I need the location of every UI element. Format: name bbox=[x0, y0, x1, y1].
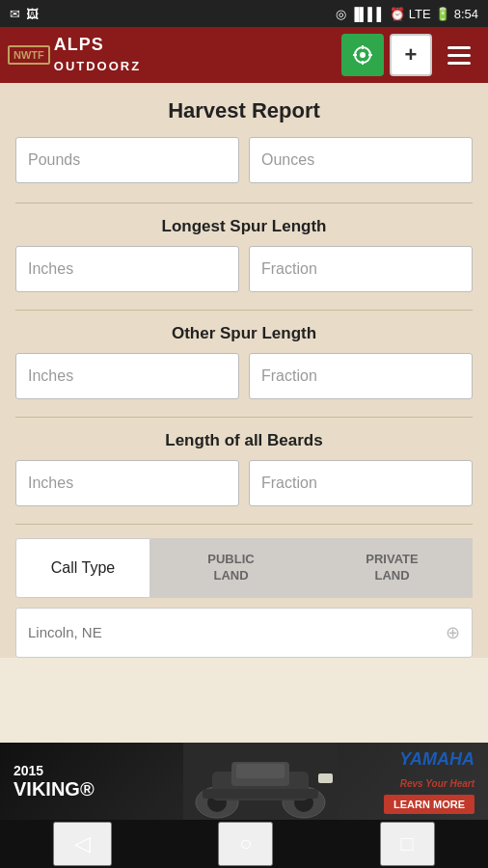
bottom-nav: ◁ ○ □ bbox=[0, 820, 488, 868]
longest-spur-inputs bbox=[15, 246, 473, 292]
hamburger-line-3 bbox=[447, 62, 471, 65]
ad-left: 2015 VIKING® bbox=[0, 755, 183, 808]
ad-model: VIKING® bbox=[14, 778, 170, 800]
atv-illustration bbox=[183, 743, 338, 820]
beard-fraction-input[interactable] bbox=[249, 460, 473, 506]
beard-section: Length of all Beards bbox=[15, 431, 473, 506]
other-spur-label: Other Spur Length bbox=[15, 324, 473, 343]
land-toggle: PUBLICLAND PRIVATELAND bbox=[150, 538, 473, 598]
location-crosshair-icon: ⊕ bbox=[446, 622, 460, 643]
menu-button[interactable] bbox=[438, 34, 480, 76]
status-bar-right: ◎ ▐▌▌▌ ⏰ LTE 🔋 8:54 bbox=[336, 7, 478, 21]
svg-rect-14 bbox=[203, 789, 318, 799]
beard-inputs bbox=[15, 460, 473, 506]
alps-logo: ALPSOUTDOORZ bbox=[54, 35, 141, 75]
nwtf-logo: NWTF bbox=[8, 45, 50, 65]
target-button[interactable] bbox=[341, 34, 384, 76]
svg-rect-13 bbox=[236, 764, 285, 778]
other-spur-section: Other Spur Length bbox=[15, 324, 473, 399]
other-spur-inputs bbox=[15, 353, 473, 399]
main-content: Harvest Report Longest Spur Length Other… bbox=[0, 83, 488, 658]
ad-learn-more-button[interactable]: LEARN MORE bbox=[384, 795, 474, 814]
ad-image bbox=[183, 743, 370, 820]
back-icon: ◁ bbox=[74, 831, 91, 855]
private-land-label: PRIVATELAND bbox=[366, 552, 418, 583]
ad-year: 2015 bbox=[14, 763, 170, 778]
target-icon bbox=[352, 44, 373, 66]
lte-icon: LTE bbox=[409, 7, 431, 21]
image-icon: 🖼 bbox=[26, 7, 39, 21]
other-spur-inches-input[interactable] bbox=[15, 353, 239, 399]
clock-icon: ⏰ bbox=[390, 7, 405, 21]
longest-spur-inches-input[interactable] bbox=[15, 246, 239, 292]
navbar: NWTF ALPSOUTDOORZ + bbox=[0, 27, 488, 83]
hamburger-line-1 bbox=[447, 46, 471, 49]
divider-3 bbox=[15, 417, 473, 418]
hamburger-line-2 bbox=[447, 54, 471, 57]
beard-label: Length of all Beards bbox=[15, 431, 473, 450]
signal-icon: ▐▌▌▌ bbox=[350, 7, 386, 21]
divider-4 bbox=[15, 524, 473, 525]
svg-rect-15 bbox=[318, 773, 333, 783]
ad-right: YAMAHA Revs Your Heart LEARN MORE bbox=[370, 743, 488, 820]
other-spur-fraction-input[interactable] bbox=[249, 353, 473, 399]
back-button[interactable]: ◁ bbox=[53, 822, 112, 866]
longest-spur-section: Longest Spur Length bbox=[15, 217, 473, 292]
private-land-button[interactable]: PRIVATELAND bbox=[312, 538, 473, 598]
page-title: Harvest Report bbox=[15, 98, 473, 123]
divider-2 bbox=[15, 310, 473, 311]
divider-1 bbox=[15, 203, 473, 203]
recents-icon: □ bbox=[401, 831, 414, 855]
call-type-button[interactable]: Call Type bbox=[15, 538, 150, 598]
location-input[interactable] bbox=[28, 624, 446, 640]
public-land-button[interactable]: PUBLICLAND bbox=[150, 538, 312, 598]
home-button[interactable]: ○ bbox=[218, 822, 273, 866]
pounds-input[interactable] bbox=[15, 137, 239, 183]
ad-logo: YAMAHA bbox=[399, 749, 474, 770]
ad-banner: 2015 VIKING® YAMAHA Revs Your Heart LEAR… bbox=[0, 743, 488, 820]
plus-icon: + bbox=[405, 42, 418, 68]
ounces-input[interactable] bbox=[249, 137, 473, 183]
weight-section bbox=[15, 137, 473, 183]
battery-icon: 🔋 bbox=[435, 7, 450, 21]
call-type-row: Call Type PUBLICLAND PRIVATELAND bbox=[15, 538, 473, 598]
beard-inches-input[interactable] bbox=[15, 460, 239, 506]
status-bar-left-icons: ✉ 🖼 bbox=[10, 7, 39, 21]
home-icon: ○ bbox=[239, 831, 252, 855]
recents-button[interactable]: □ bbox=[380, 822, 435, 866]
location-row: ⊕ bbox=[15, 608, 473, 658]
location-pin-icon: ◎ bbox=[336, 7, 346, 21]
longest-spur-fraction-input[interactable] bbox=[249, 246, 473, 292]
status-bar: ✉ 🖼 ◎ ▐▌▌▌ ⏰ LTE 🔋 8:54 bbox=[0, 0, 488, 27]
logo-container: NWTF ALPSOUTDOORZ bbox=[8, 35, 141, 75]
navbar-actions: + bbox=[341, 34, 480, 76]
svg-point-1 bbox=[360, 52, 366, 58]
longest-spur-label: Longest Spur Length bbox=[15, 217, 473, 236]
add-button[interactable]: + bbox=[390, 34, 432, 76]
ad-tagline: Revs Your Heart bbox=[400, 773, 474, 791]
mail-icon: ✉ bbox=[10, 7, 20, 21]
time-display: 8:54 bbox=[454, 7, 478, 21]
public-land-label: PUBLICLAND bbox=[207, 552, 254, 583]
